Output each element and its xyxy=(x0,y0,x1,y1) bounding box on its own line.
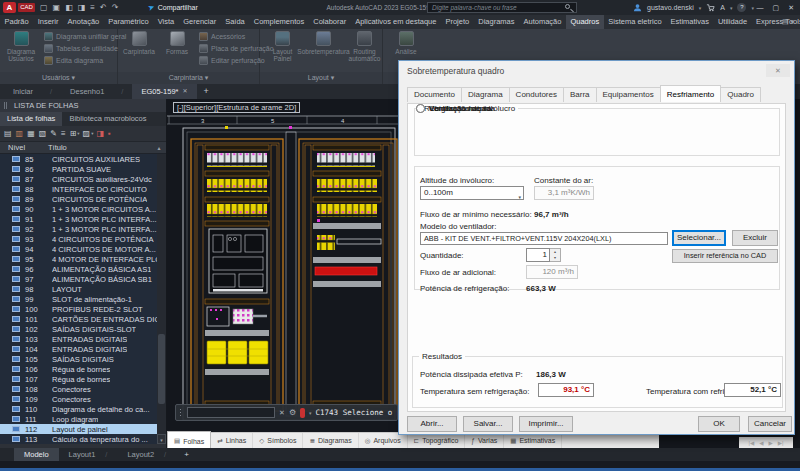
sheet-row[interactable]: 109Conectores xyxy=(0,394,166,404)
quick-access-icon[interactable]: ◨ xyxy=(78,3,86,12)
dialog-tab[interactable]: Resfriamento xyxy=(660,85,722,102)
sheet-row[interactable]: 102SAÍDAS DIGITAIS-SLOT xyxy=(0,324,166,334)
dialog-tab[interactable]: Equipamentos xyxy=(596,87,661,102)
sheet-row[interactable]: 934 CIRCUITOS DE POTÊNCIA xyxy=(0,234,166,244)
document-tab-close-icon[interactable]: ✕ xyxy=(183,84,188,99)
quantity-stepper[interactable]: 1 ▴▾ xyxy=(526,248,561,262)
quick-access-icon[interactable]: ≡ xyxy=(90,3,95,12)
sheet-row[interactable]: 97ALIMENTAÇÃO BÁSICA SB1 xyxy=(0,274,166,284)
sheet-row[interactable]: 111Loop diagram xyxy=(0,414,166,424)
ribbon-tab[interactable]: Aplicativos em destaque xyxy=(351,15,441,29)
sheet-row[interactable]: 96ALIMENTAÇÃO BÁSICA AS1 xyxy=(0,264,166,274)
sheet-toolbar-button[interactable]: ▤ xyxy=(4,129,13,138)
layout-tab[interactable]: Modelo xyxy=(14,448,59,461)
sheet-row[interactable]: 101CARTÕES DE ENTRADAS DIG. xyxy=(0,314,166,324)
fan-model-field[interactable]: ABB - KIT DE VENT.+FILTRO+VENT.115V 204X… xyxy=(420,232,668,245)
ribbon-tab[interactable]: Quadros xyxy=(566,15,604,29)
command-close-icon[interactable]: ✕ xyxy=(279,409,285,417)
ribbon-button[interactable]: Sobretemperatura xyxy=(304,30,343,71)
sheet-row[interactable]: 88INTERFACE DO CIRCUITO xyxy=(0,184,166,194)
document-tab[interactable]: Desenho1 xyxy=(61,84,132,99)
record-nav-button[interactable]: ▶ xyxy=(769,440,773,446)
ribbon-tab[interactable]: Diagramas xyxy=(474,15,519,29)
panel-strip-tab[interactable]: ⊏Topográfico xyxy=(408,433,466,448)
sheet-row[interactable]: 103ENTRADAS DIGITAIS xyxy=(0,334,166,344)
sheet-row[interactable]: 954 MOTOR DE INTERFACE PLC xyxy=(0,254,166,264)
record-nav-button[interactable]: |◀ xyxy=(749,440,755,446)
sheet-toolbar-button[interactable]: ▥ xyxy=(16,129,25,138)
ribbon-button-small[interactable]: Tabelas de utilidade xyxy=(44,44,126,53)
sheet-row[interactable]: 105SAÍDAS DIGITAIS xyxy=(0,354,166,364)
select-fan-button[interactable]: Selecionar... xyxy=(672,230,726,246)
sheet-row[interactable]: 89CIRCUITOS DE POTÊNCIA xyxy=(0,194,166,204)
help-icon[interactable]: ? xyxy=(737,3,746,12)
save-button[interactable]: Salvar... xyxy=(463,416,513,432)
scroll-down-icon[interactable]: ▾ xyxy=(157,434,166,444)
scrollbar-thumb[interactable] xyxy=(158,334,165,404)
sheet-toolbar-button[interactable]: ▦ xyxy=(27,129,36,138)
minimize-button[interactable]: — xyxy=(757,4,764,11)
ribbon-tab[interactable]: Padrão xyxy=(0,15,33,29)
column-header-level[interactable]: Nível xyxy=(0,142,48,153)
sheet-toolbar-button[interactable]: ▪ xyxy=(108,129,112,138)
ok-button[interactable]: OK xyxy=(698,416,740,432)
dialog-tab[interactable]: Quadro xyxy=(720,87,761,102)
new-layout-button[interactable]: + xyxy=(176,448,197,461)
ribbon-tab[interactable]: Paramétrico xyxy=(104,15,153,29)
layout-tab[interactable]: Layout2 xyxy=(117,448,176,461)
insert-cad-reference-button[interactable]: Inserir referência no CAD xyxy=(672,249,778,263)
close-button[interactable]: ✕ xyxy=(788,4,794,12)
command-input[interactable] xyxy=(187,407,275,418)
panel-strip-tab[interactable]: ≣Diagramas xyxy=(303,433,358,448)
panel-strip-tab[interactable]: ƒVarias xyxy=(465,433,504,448)
new-document-tab-button[interactable]: + xyxy=(197,84,216,99)
dialog-close-icon[interactable]: ✕ xyxy=(766,64,790,77)
open-button[interactable]: Abrir... xyxy=(407,416,457,432)
command-grip-icon[interactable] xyxy=(179,408,183,418)
sheet-row[interactable]: 107Régua de bornes xyxy=(0,374,166,384)
quick-access-icon[interactable]: ▢ xyxy=(40,3,48,12)
sheet-row[interactable]: 86PARTIDA SUAVE xyxy=(0,164,166,174)
dialog-tab[interactable]: Barra xyxy=(563,87,597,102)
scroll-up-icon[interactable]: ▴ xyxy=(154,143,164,153)
sheet-row[interactable]: 921 + 3 MOTOR PLC INTERFA... xyxy=(0,224,166,234)
ribbon-tab[interactable]: Anotação xyxy=(63,15,104,29)
sheet-row[interactable]: 106Régua de bornes xyxy=(0,364,166,374)
panel-strip-tab[interactable]: ⇄Linhas xyxy=(211,433,253,448)
cooling-radio-option[interactable]: Condicionamento xyxy=(416,104,491,113)
cart-icon[interactable] xyxy=(706,3,715,12)
sheet-row[interactable]: 901 + 3 MOTOR CIRCUITOS A... xyxy=(0,204,166,214)
ribbon-tab[interactable]: Colaborar xyxy=(309,15,351,29)
search-input[interactable]: Digite palavra-chave ou frase xyxy=(427,2,577,13)
document-tab[interactable]: Iniciar xyxy=(4,84,61,99)
dialog-tab[interactable]: Condutores xyxy=(509,87,564,102)
ribbon-button[interactable]: Routing automático xyxy=(345,30,384,71)
sheet-row[interactable]: 911 + 3 MOTOR PLC INTERFA... xyxy=(0,214,166,224)
quick-access-icon[interactable]: ▣ xyxy=(53,3,61,12)
sheet-row[interactable]: 98LAYOUT xyxy=(0,284,166,294)
sheet-row[interactable]: 100PROFIBUS REDE-2 SLOT xyxy=(0,304,166,314)
sheet-row[interactable]: 104ENTRADAS DIGITAIS xyxy=(0,344,166,354)
ribbon-tab[interactable]: Vista xyxy=(153,15,179,29)
sheet-row[interactable]: 112Layout de painel xyxy=(0,424,166,434)
ribbon-tab[interactable]: Sistema eletrico xyxy=(604,15,666,29)
delete-fan-button[interactable]: Excluir xyxy=(732,230,778,246)
sheet-row[interactable]: 113Cálculo da tenperatura do ... xyxy=(0,434,166,444)
altitude-select[interactable]: 0..100m ▾ xyxy=(420,186,524,200)
ribbon-group-label[interactable]: Carpintaria ▾ xyxy=(118,72,259,84)
quick-access-icon[interactable]: ◧ xyxy=(65,3,73,12)
ribbon-tab[interactable]: Complementos xyxy=(249,15,308,29)
panel-strip-tab[interactable]: ▤Folhas xyxy=(167,431,211,448)
sheet-row[interactable]: 108Conectores xyxy=(0,384,166,394)
record-nav-button[interactable]: ◀ xyxy=(759,440,763,446)
help-caret-icon[interactable]: ▾ xyxy=(751,5,754,11)
ribbon-button[interactable]: Diagrama Usuarios xyxy=(2,30,40,71)
palette-tab[interactable]: Biblioteca macroblocos xyxy=(62,112,153,126)
ribbon-button[interactable]: Formas xyxy=(159,30,195,71)
ribbon-group-label[interactable]: Usuários ▾ xyxy=(0,72,117,84)
sheet-toolbar-button[interactable]: ▨▾ xyxy=(83,129,94,138)
ribbon-overflow-icon[interactable]: ▤ ▾ xyxy=(776,15,800,29)
dialog-tab[interactable]: Documento xyxy=(407,87,462,102)
viewport-label[interactable]: [-][Superior][Estrutura de arame 2D] xyxy=(173,102,300,113)
ribbon-tab[interactable]: Projeto xyxy=(441,15,474,29)
